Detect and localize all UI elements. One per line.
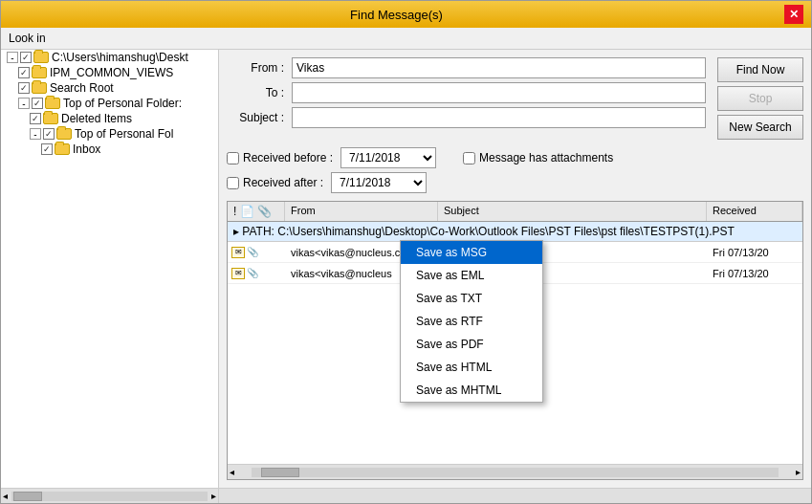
attach-icon-2: 📎 [247,268,258,278]
left-panel-scrollbar[interactable]: ◂ ▸ [1,489,219,503]
tree-item-deleted[interactable]: Deleted Items [28,111,218,126]
right-filler [219,489,811,503]
received-before-row: Received before : 7/11/2018 Message has … [227,147,803,168]
attachments-checkbox[interactable] [463,152,475,164]
scroll-right-btn[interactable]: ▸ [794,467,802,477]
tree-item-ipm[interactable]: IPM_COMMON_VIEWS [16,65,218,80]
received-after-row: Received after : 7/11/2018 [227,172,803,193]
checkbox-inbox[interactable] [41,143,53,155]
tree-item-searchroot[interactable]: Search Root [16,80,218,96]
scrollbar-track [252,468,779,477]
tree-label-searchroot: Search Root [50,81,114,95]
scrollbar-thumb[interactable] [261,468,299,477]
action-buttons: Find Now Stop New Search [717,57,803,140]
context-menu: Save as MSG Save as EML Save as TXT Save… [400,240,543,403]
main-content: - C:\Users\himanshug\Deskt IPM_COMMON_VI… [1,50,811,488]
left-scrollbar-track [11,492,208,501]
subject-input[interactable] [292,107,706,128]
stop-button[interactable]: Stop [717,86,803,111]
right-panel: From : To : Subject : Find N [219,50,811,488]
icon-cell-2: ✉ 📎 [228,266,285,281]
checkbox-personal[interactable] [32,98,43,109]
envelope-icon-1: ✉ [231,247,245,258]
from-input[interactable] [292,57,706,78]
icon-cell-1: ✉ 📎 [228,245,285,260]
find-now-button[interactable]: Find Now [717,57,803,82]
attach-icon-1: 📎 [247,247,258,257]
path-text: ▸ PATH: C:\Users\himanshug\Desktop\Co-Wo… [233,225,735,238]
context-menu-item-rtf[interactable]: Save as RTF [401,310,542,333]
checkbox-ipm[interactable] [18,67,30,78]
search-form: From : To : Subject : Find N [227,57,803,193]
to-input[interactable] [292,82,706,103]
received-before-label: Received before : [243,151,333,164]
window-title: Find Message(s) [9,8,784,22]
folder-tree: - C:\Users\himanshug\Deskt IPM_COMMON_VI… [1,50,219,488]
path-row: ▸ PATH: C:\Users\himanshug\Desktop\Co-Wo… [228,222,802,242]
icon-header-doc: 📄 [240,205,257,218]
envelope-icon-2: ✉ [231,268,245,279]
col-header-received[interactable]: Received [707,202,802,221]
new-search-button[interactable]: New Search [717,115,803,140]
col-header-from[interactable]: From [285,202,438,221]
received-before-date[interactable]: 7/11/2018 [340,147,436,168]
attachments-check: Message has attachments [463,151,613,164]
to-row: To : [227,82,706,103]
scroll-left-btn[interactable]: ◂ [228,467,236,477]
results-body: ▸ PATH: C:\Users\himanshug\Desktop\Co-Wo… [228,222,802,464]
tree-item-personal[interactable]: - Top of Personal Folder: [16,96,218,111]
col-header-subject[interactable]: Subject [438,202,707,221]
title-bar: Find Message(s) ✕ [1,1,811,28]
context-menu-item-pdf[interactable]: Save as PDF [401,333,542,356]
context-menu-item-eml[interactable]: Save as EML [401,264,542,287]
icon-header-excl: ! [233,205,240,218]
tree-label-root: C:\Users\himanshug\Deskt [52,51,188,64]
expand-icon-root[interactable]: - [7,52,18,63]
subject-row: Subject : [227,107,706,128]
to-label: To : [227,86,284,99]
context-menu-item-html[interactable]: Save as HTML [401,356,542,379]
checkbox-personal2[interactable] [43,128,55,140]
look-in-label: Look in [9,32,46,45]
received-after-check: Received after : [227,176,323,189]
checkbox-root[interactable] [20,52,32,63]
folder-icon-personal2 [56,128,72,140]
context-menu-item-txt[interactable]: Save as TXT [401,287,542,310]
context-menu-item-mhtml[interactable]: Save as MHTML [401,379,542,402]
received-after-checkbox[interactable] [227,177,239,189]
left-scrollbar-thumb[interactable] [13,492,42,501]
expand-icon-personal[interactable]: - [18,98,30,109]
tree-label-deleted: Deleted Items [61,112,132,125]
received-before-check: Received before : [227,151,333,164]
received-after-label: Received after : [243,176,323,189]
received-after-date[interactable]: 7/11/2018 [331,172,427,193]
icon-header-clip: 📎 [257,205,272,218]
results-scrollbar-h[interactable]: ◂ ▸ [228,464,802,479]
tree-item-inbox[interactable]: Inbox [39,142,218,157]
scroll-right-btn2[interactable]: ▸ [209,491,218,501]
expand-icon-personal2[interactable]: - [30,128,41,140]
main-window: Find Message(s) ✕ Look in - C:\Users\him… [0,0,812,504]
from-label: From : [227,61,284,75]
tree-label-personal2: Top of Personal Fol [75,127,173,141]
received-cell-1: Fri 07/13/20 [707,245,802,260]
close-button[interactable]: ✕ [784,5,803,24]
checkbox-searchroot[interactable] [18,82,30,94]
context-menu-item-msg[interactable]: Save as MSG [401,241,542,264]
folder-icon-root [33,52,49,63]
subject-label: Subject : [227,111,284,124]
folder-icon-ipm [32,67,47,78]
folder-icon-inbox [55,143,70,155]
col-header-icons[interactable]: ! 📄 📎 [228,202,285,221]
checkbox-deleted[interactable] [30,113,41,124]
attachments-label: Message has attachments [479,151,613,164]
tree-label-inbox: Inbox [73,142,100,156]
folder-icon-deleted [43,113,58,124]
from-row: From : [227,57,706,78]
received-before-checkbox[interactable] [227,152,239,164]
scroll-left-btn2[interactable]: ◂ [1,491,10,501]
tree-item-root[interactable]: - C:\Users\himanshug\Deskt [5,50,218,65]
look-in-bar: Look in [1,28,811,50]
folder-icon-personal [45,98,60,109]
tree-item-personal2[interactable]: - Top of Personal Fol [28,126,218,142]
